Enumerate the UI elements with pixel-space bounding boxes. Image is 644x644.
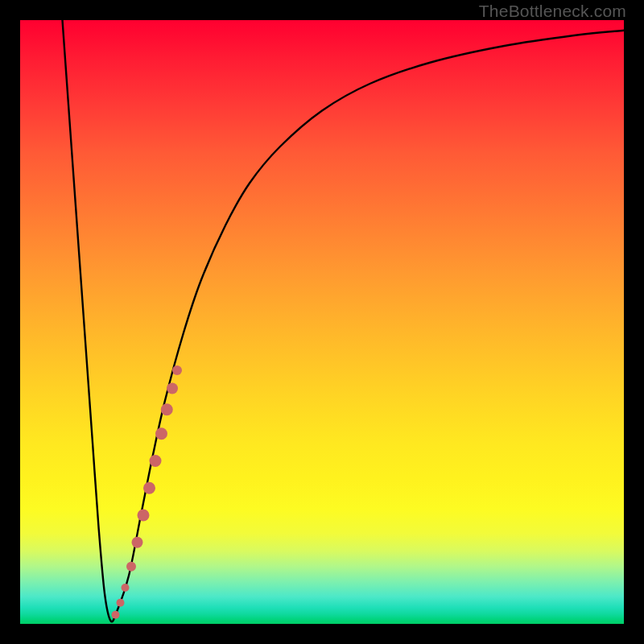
highlight-dot (126, 562, 136, 572)
plot-area (20, 20, 624, 624)
chart-svg (20, 20, 624, 624)
highlight-dot (132, 537, 143, 548)
highlight-dot (112, 611, 120, 619)
curve-line (63, 20, 625, 621)
watermark-text: TheBottleneck.com (479, 2, 626, 21)
highlight-dot (117, 599, 125, 607)
highlight-dot (167, 383, 178, 394)
highlight-dot (138, 510, 150, 522)
highlight-dot (161, 403, 173, 415)
highlight-dot (122, 584, 130, 592)
highlight-dots (112, 365, 183, 619)
chart-frame: TheBottleneck.com (0, 0, 644, 644)
highlight-dot (143, 482, 155, 494)
highlight-dot (172, 365, 182, 375)
highlight-dot (155, 427, 167, 440)
highlight-dot (150, 455, 162, 467)
